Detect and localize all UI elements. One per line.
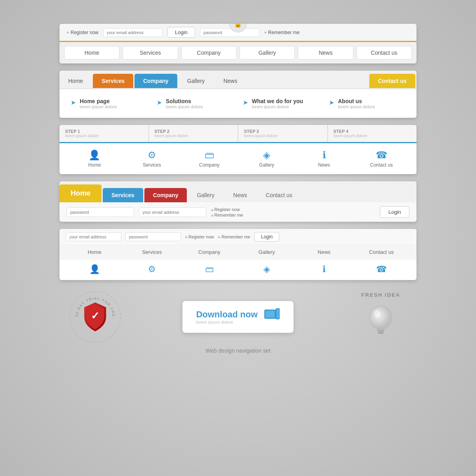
nav-btn-home-1[interactable]: Home — [64, 46, 119, 60]
tab2-home[interactable]: Home — [60, 74, 92, 88]
person-icon: 👤 — [66, 150, 123, 161]
nav-text-home-5[interactable]: Home — [66, 249, 123, 255]
login-bar-4: Register now Remember me Login — [60, 202, 416, 222]
widget4: Home Services Company Gallery News Conta… — [60, 181, 416, 222]
email-input-5[interactable] — [66, 232, 121, 241]
widget2: Home Services Company Gallery News Conta… — [60, 71, 416, 118]
nav-tabs-2: Home Services Company Gallery News Conta… — [60, 71, 416, 89]
icon-contact-5[interactable]: ☎ — [353, 264, 410, 275]
tab4-news[interactable]: News — [225, 188, 256, 202]
tab2-gallery[interactable]: Gallery — [178, 74, 213, 88]
icon-label-gallery-3: Gallery — [238, 162, 296, 168]
step-3[interactable]: STEP 3 lorem ipsum dolore — [238, 125, 328, 142]
tab4-company[interactable]: Company — [144, 188, 187, 202]
nav-btn-news-1[interactable]: News — [298, 46, 353, 60]
dropdown-item-3[interactable]: ➤ What we do for you lorem ipsum dolore — [238, 95, 324, 112]
icon-gallery-5[interactable]: ◈ — [238, 264, 296, 275]
login-button-4[interactable]: Login — [380, 206, 409, 218]
dropdown-title-4: About us — [338, 98, 375, 104]
icon-home-5[interactable]: 👤 — [66, 264, 123, 275]
register-link-5[interactable]: Register now — [185, 234, 214, 239]
nav-btn-company-1[interactable]: Company — [181, 46, 236, 60]
nav-btn-contact-1[interactable]: Contact us — [357, 46, 412, 60]
tab2-company[interactable]: Company — [134, 74, 177, 88]
remember-label-4: Remember me — [211, 213, 243, 217]
dropdown-item-1[interactable]: ➤ Home page lorem ipsum dolore — [66, 95, 152, 112]
dropdown-sub-2: lorem ipsum dolore — [166, 104, 203, 109]
dropdown-row-2: ➤ Home page lorem ipsum dolore ➤ Solutio… — [60, 89, 416, 118]
tab2-news[interactable]: News — [215, 74, 246, 88]
tab2-services[interactable]: Services — [93, 74, 133, 88]
password-input-5[interactable] — [125, 232, 181, 241]
nav-bar-1: Home Services Company Gallery News Conta… — [60, 42, 416, 63]
tab2-contact[interactable]: Contact us — [369, 74, 415, 88]
download-button[interactable]: Download now lorem ipsum dolore — [182, 301, 294, 333]
step-num-3: STEP 3 — [244, 129, 322, 134]
diamond-icon: ◈ — [238, 150, 296, 161]
icon-company-5[interactable]: 🗃 — [180, 264, 238, 275]
step-4[interactable]: STEP 4 lorem ipsum dolore — [328, 125, 417, 142]
nav-btn-services-1[interactable]: Services — [123, 46, 178, 60]
tab4-home[interactable]: Home — [60, 184, 102, 202]
nav-btn-gallery-1[interactable]: Gallery — [240, 46, 295, 60]
icons-row-3: 👤 Home ⚙ Services 🗃 Company ◈ Gallery ℹ … — [60, 143, 416, 174]
password-input-4[interactable] — [67, 207, 134, 217]
phone-icon: ☎ — [353, 150, 410, 161]
icon-news-5[interactable]: ℹ — [296, 264, 353, 275]
steps-bar-3: STEP 1 lorem ipsum dolore STEP 2 lorem i… — [60, 125, 416, 143]
widget3: STEP 1 lorem ipsum dolore STEP 2 lorem i… — [60, 125, 416, 174]
step-num-1: STEP 1 — [65, 129, 143, 134]
arrow-icon-3: ➤ — [243, 99, 248, 106]
icon-services-3[interactable]: ⚙ Services — [123, 150, 181, 168]
icon-services-5[interactable]: ⚙ — [123, 264, 181, 275]
icons-row-5: 👤 ⚙ 🗃 ◈ ℹ ☎ — [60, 259, 416, 280]
icon-home-3[interactable]: 👤 Home — [66, 150, 123, 168]
tab4-gallery[interactable]: Gallery — [188, 188, 223, 202]
dropdown-item-2[interactable]: ➤ Solutions lorem ipsum dolore — [152, 95, 238, 112]
page-subtitle: Web design navigation set — [60, 347, 416, 354]
arrow-icon-4: ➤ — [329, 99, 334, 106]
nav-text-gallery-5[interactable]: Gallery — [238, 249, 296, 255]
gear-icon-5: ⚙ — [123, 264, 181, 274]
dropdown-item-4[interactable]: ➤ About us lorem ipsum dolore — [324, 95, 410, 112]
step-num-4: STEP 4 — [334, 129, 411, 134]
login-button-1[interactable]: Login — [167, 27, 195, 38]
svg-rect-5 — [276, 309, 279, 319]
icon-label-home-3: Home — [66, 162, 123, 168]
nav-text-news-5[interactable]: News — [296, 249, 353, 255]
tab4-services[interactable]: Services — [103, 188, 143, 202]
remember-label-1: Remember me — [264, 30, 299, 35]
trial-circle: 30 DAY TRIAL FOR FREE ✓ — [69, 291, 121, 343]
dropdown-sub-4: lorem ipsum dolore — [338, 104, 375, 109]
register-label-4[interactable]: Register now — [211, 207, 243, 212]
tab4-contact[interactable]: Contact us — [257, 188, 301, 202]
trial-badge: 30 DAY TRIAL FOR FREE ✓ — [60, 291, 131, 343]
email-input-4[interactable] — [139, 207, 206, 217]
idea-badge: FRESH IDEA — [345, 292, 416, 342]
login-button-5[interactable]: Login — [254, 232, 279, 242]
nav-text-contact-5[interactable]: Contact us — [353, 249, 410, 255]
reg-col-4: Register now Remember me — [211, 207, 243, 217]
icon-news-3[interactable]: ℹ News — [296, 150, 353, 168]
nav-text-company-5[interactable]: Company — [180, 249, 238, 255]
icon-company-3[interactable]: 🗃 Company — [180, 150, 238, 168]
nav-text-services-5[interactable]: Services — [123, 249, 181, 255]
dropdown-sub-1: lorem ipsum dolore — [80, 104, 117, 109]
gear-icon: ⚙ — [123, 150, 181, 161]
step-2[interactable]: STEP 2 lorem ipsum dolore — [149, 125, 239, 142]
icon-label-contact-3: Contact us — [353, 162, 410, 168]
arrow-icon-2: ➤ — [157, 99, 162, 106]
svg-rect-8 — [377, 330, 384, 332]
icon-gallery-3[interactable]: ◈ Gallery — [238, 150, 296, 168]
icon-contact-3[interactable]: ☎ Contact us — [353, 150, 410, 168]
step-sub-2: lorem ipsum dolore — [155, 134, 232, 138]
step-1[interactable]: STEP 1 lorem ipsum dolore — [60, 125, 149, 142]
icon-label-services-3: Services — [123, 162, 181, 168]
icon-label-company-3: Company — [180, 162, 238, 168]
svg-point-13 — [374, 310, 380, 318]
dropdown-title-1: Home page — [80, 98, 117, 104]
password-input-1[interactable] — [200, 28, 259, 37]
register-link-1[interactable]: Register now — [67, 30, 98, 35]
step-sub-3: lorem ipsum dolore — [244, 134, 322, 138]
email-input-1[interactable] — [103, 28, 163, 37]
